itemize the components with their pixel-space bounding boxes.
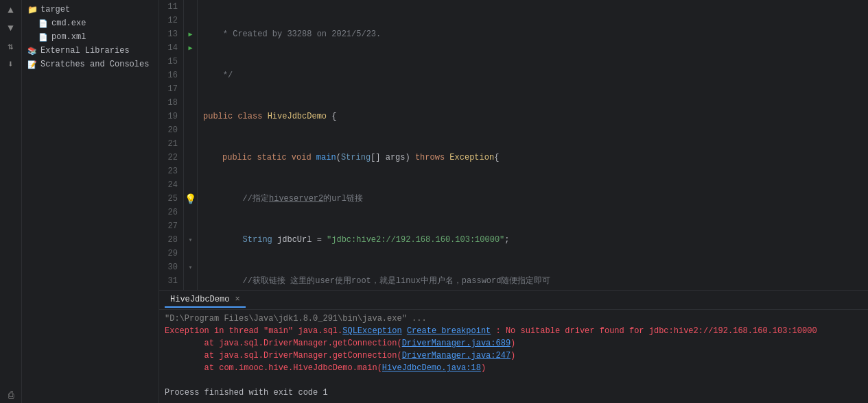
run-icon-14: ▶ <box>188 44 192 52</box>
sidebar-item-label: target <box>40 5 70 14</box>
sidebar-item-target[interactable]: 📁 target <box>22 3 159 16</box>
output-line-1: "D:\Program Files\Java\jdk1.8.0_291\bin\… <box>165 313 863 325</box>
scratches-icon: 📝 <box>27 60 37 69</box>
print-button[interactable]: ⎙ <box>3 388 19 403</box>
bottom-panel: HiveJdbcDemo × "D:\Program Files\Java\jd… <box>159 290 868 403</box>
sidebar-item-label: cmd.exe <box>51 19 86 28</box>
collapse-icon-28: ▾ <box>188 236 192 244</box>
hivejdbcdemo-18-link[interactable]: HiveJdbcDemo.java:18 <box>382 363 481 373</box>
code-line-13: public class HiveJdbcDemo { <box>203 110 865 123</box>
sidebar-item-label: pom.xml <box>51 32 86 42</box>
right-pane: 11 12 13 14 15 16 17 18 19 20 21 22 23 2… <box>159 0 868 403</box>
scroll-both-button[interactable]: ⇅ <box>3 38 19 53</box>
sidebar-item-ext-libs[interactable]: 📚 External Libraries <box>22 44 159 58</box>
output-line-5: at com.imooc.hive.HiveJdbcDemo.main(Hive… <box>165 362 863 374</box>
download-button[interactable]: ⬇ <box>3 56 19 71</box>
tab-bar: HiveJdbcDemo × <box>159 291 868 310</box>
output-line-2: Exception in thread "main" java.sql.SQLE… <box>165 325 863 337</box>
output-line-3: at java.sql.DriverManager.getConnection(… <box>165 337 863 350</box>
xml-icon: 📄 <box>38 32 48 42</box>
tab-close-button[interactable]: × <box>235 295 239 304</box>
scroll-up-button[interactable]: ▲ <box>3 3 19 18</box>
code-line-17: //获取链接 这里的user使用root，就是linux中用户名，passwor… <box>203 274 865 288</box>
output-line-7: Process finished with exit code 1 <box>165 387 863 399</box>
tab-hivejdbcdemo[interactable]: HiveJdbcDemo × <box>165 293 246 308</box>
run-icon-13: ▶ <box>188 30 192 38</box>
folder-icon: 📁 <box>27 5 37 14</box>
drivermanager-689-link[interactable]: DriverManager.java:689 <box>402 339 511 348</box>
console-output: "D:\Program Files\Java\jdk1.8.0_291\bin\… <box>159 310 868 403</box>
sidebar-item-label: Scratches and Consoles <box>40 60 149 69</box>
output-line-6 <box>165 374 863 387</box>
library-icon: 📚 <box>27 46 37 56</box>
tab-label: HiveJdbcDemo <box>170 295 229 304</box>
output-line-4: at java.sql.DriverManager.getConnection(… <box>165 350 863 362</box>
main-content: 📁 target 📄 cmd.exe 📄 pom.xml 📚 External … <box>22 0 868 403</box>
sidebar-item-cmdexe[interactable]: 📄 cmd.exe <box>22 16 159 30</box>
scroll-down-button[interactable]: ▼ <box>3 21 19 36</box>
sqlexception-link[interactable]: SQLException <box>342 326 401 336</box>
line-numbers: 11 12 13 14 15 16 17 18 19 20 21 22 23 2… <box>159 0 184 290</box>
code-editor[interactable]: 11 12 13 14 15 16 17 18 19 20 21 22 23 2… <box>159 0 868 290</box>
sidebar-item-pomxml[interactable]: 📄 pom.xml <box>22 30 159 44</box>
code-line-12: */ <box>203 69 865 82</box>
code-line-11: * Created by 33288 on 2021/5/23. <box>203 27 865 41</box>
code-line-15: //指定hiveserver2的url链接 <box>203 192 865 206</box>
code-line-14: public static void main(String[] args) t… <box>203 151 865 164</box>
file-icon: 📄 <box>38 19 48 28</box>
collapse-icon-30: ▾ <box>188 263 192 271</box>
bulb-icon-25: 💡 <box>185 193 196 205</box>
sidebar-item-scratches[interactable]: 📝 Scratches and Consoles <box>22 58 159 71</box>
code-line-16: String jdbcUrl = "jdbc:hive2://192.168.1… <box>203 233 865 247</box>
drivermanager-247-link[interactable]: DriverManager.java:247 <box>402 351 511 361</box>
sidebar: 📁 target 📄 cmd.exe 📄 pom.xml 📚 External … <box>22 0 159 403</box>
code-content[interactable]: * Created by 33288 on 2021/5/23. */ publ… <box>198 0 868 290</box>
create-breakpoint-link[interactable]: Create breakpoint <box>407 326 491 336</box>
left-strip: ▲ ▼ ⇅ ⬇ ⎙ <box>0 0 22 403</box>
gutter: ▶ ▶ 💡 ▾ ▾ <box>184 0 198 290</box>
sidebar-item-label: External Libraries <box>40 46 130 56</box>
